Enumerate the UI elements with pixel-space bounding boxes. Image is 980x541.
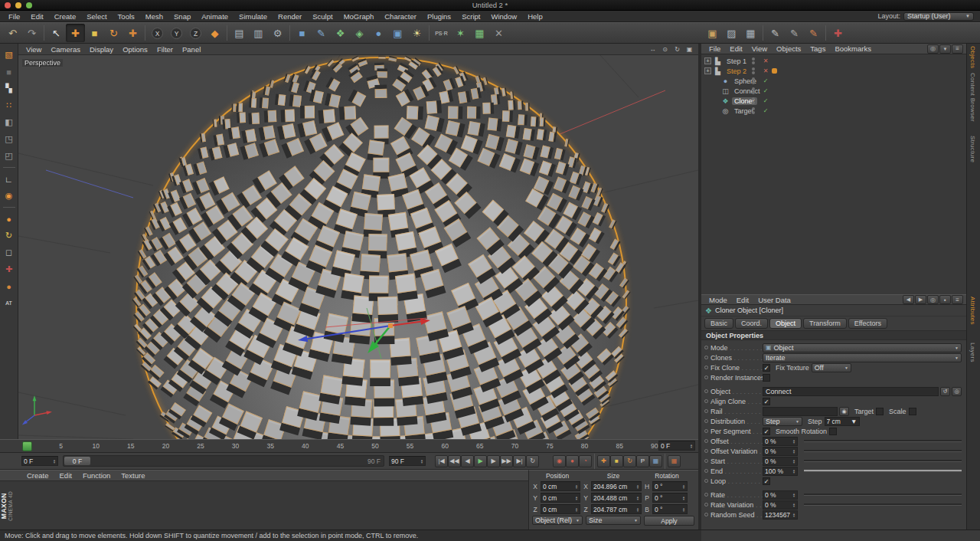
visibility-dots[interactable] — [752, 57, 755, 64]
start-value[interactable]: 0 %▲▼ — [763, 457, 798, 466]
visibility-dots[interactable] — [752, 87, 755, 94]
offset-variation-slider[interactable] — [804, 450, 962, 452]
anim-dot[interactable] — [704, 366, 708, 369]
visibility-dots[interactable] — [752, 77, 755, 84]
render-settings-icon[interactable]: ⚙ — [268, 24, 287, 42]
rotation-p-input[interactable]: 0 °▲▼ — [652, 493, 688, 503]
om-menu-file[interactable]: File — [704, 44, 725, 53]
ps-r-render-icon[interactable]: PS·R — [432, 24, 451, 42]
rate-variation-slider[interactable] — [804, 503, 962, 506]
menubar-item-plugins[interactable]: Plugins — [422, 12, 456, 21]
attr-menu-edit[interactable]: Edit — [732, 296, 753, 304]
stepper-arrows[interactable]: ▲▼ — [575, 507, 578, 512]
end-value[interactable]: 100 %▲▼ — [763, 467, 798, 476]
menubar-item-edit[interactable]: Edit — [25, 12, 48, 21]
panel-tab-content-browser[interactable]: Content Browser — [969, 73, 976, 122]
prev-frame-button[interactable]: ◀ — [461, 455, 474, 467]
layout-dropdown[interactable]: Startup (User) ▼ — [903, 12, 974, 21]
object-field[interactable]: Connect — [763, 387, 939, 396]
anim-dot[interactable] — [704, 469, 708, 473]
axis-tool-icon[interactable]: ✚ — [2, 262, 17, 277]
enable-state-icon[interactable]: ✓ — [761, 77, 770, 84]
stepper-arrows[interactable]: ▲▼ — [575, 496, 578, 500]
stepper-arrows[interactable]: ▲▼ — [792, 493, 795, 497]
stepper-arrows[interactable]: ▲▼ — [792, 503, 795, 507]
offset-value[interactable]: 0 %▲▼ — [763, 437, 798, 446]
field-button-icon[interactable]: ◎ — [952, 387, 962, 396]
object-row-sphere[interactable]: ●Sphere✓ — [701, 76, 966, 86]
panel-tab-attributes[interactable]: Attributes — [969, 297, 976, 325]
gradient-tool-icon[interactable]: ▧ — [2, 48, 17, 62]
paint-icon[interactable]: ◉ — [2, 189, 17, 203]
rate-variation-value[interactable]: 0 %▲▼ — [763, 500, 798, 510]
visibility-dots[interactable] — [752, 97, 755, 104]
object-row-connect[interactable]: ◫Connect✓ — [701, 86, 966, 96]
at-icon[interactable]: AT — [2, 296, 17, 310]
record-active-button[interactable]: ● — [566, 455, 579, 467]
menubar-item-mograph[interactable]: MoGraph — [338, 12, 380, 21]
size-x-input[interactable]: 204.896 cm▲▼ — [591, 481, 642, 491]
anim-dot[interactable] — [704, 439, 708, 443]
editor-dot[interactable] — [752, 107, 755, 110]
enable-state-icon[interactable]: ✕ — [761, 67, 770, 74]
record-time-button[interactable]: ◔ — [579, 455, 592, 467]
editor-dot[interactable] — [752, 77, 755, 80]
tab-object[interactable]: Object — [769, 318, 802, 329]
sculpt-brush-2-icon[interactable]: ✎ — [785, 24, 804, 42]
rotation-b-input[interactable]: 0 °▲▼ — [652, 504, 688, 514]
goto-start-button[interactable]: |◀ — [435, 455, 448, 467]
viewport-menu-view[interactable]: View — [21, 45, 46, 54]
key-parameter-button[interactable]: P — [636, 455, 649, 467]
loop-checkbox[interactable]: ✓ — [763, 477, 770, 485]
cube-light-icon[interactable]: ◻ — [2, 245, 17, 260]
tab-effectors[interactable]: Effectors — [848, 318, 887, 329]
viewport-menu-options[interactable]: Options — [118, 45, 152, 54]
menubar-item-script[interactable]: Script — [456, 12, 485, 21]
rate-slider[interactable] — [804, 493, 962, 496]
undo-icon[interactable]: ↶ — [3, 24, 22, 42]
anim-dot[interactable] — [704, 419, 708, 423]
enable-state-icon[interactable]: ✓ — [761, 97, 770, 104]
object-row-cloner[interactable]: ❖Cloner✓ — [701, 96, 966, 106]
rotation-h-input[interactable]: 0 °▲▼ — [652, 481, 688, 491]
om-menu-tags[interactable]: Tags — [805, 44, 830, 53]
current-frame-input[interactable]: 0 F ▲▼ — [21, 456, 58, 466]
tab-basic[interactable]: Basic — [704, 318, 733, 329]
object-name[interactable]: Step 2 — [724, 67, 749, 75]
end-slider[interactable] — [804, 470, 962, 472]
anim-dot[interactable] — [704, 513, 708, 516]
stepper-arrows[interactable]: ▲▼ — [636, 484, 639, 489]
tab-coord[interactable]: Coord. — [735, 318, 768, 329]
stepper-arrows[interactable]: ▲▼ — [682, 484, 685, 489]
editor-dot[interactable] — [752, 87, 755, 90]
anim-dot[interactable] — [704, 449, 708, 453]
stepper-arrows[interactable]: ▲▼ — [792, 439, 795, 444]
attr-menu-user-data[interactable]: User Data — [753, 296, 795, 304]
stepper-arrows[interactable]: ▲▼ — [792, 469, 795, 474]
anim-dot[interactable] — [704, 356, 708, 359]
axis-modify-icon[interactable]: ✚ — [828, 24, 848, 42]
anim-dot[interactable] — [704, 503, 708, 507]
playhead-marker[interactable] — [22, 441, 32, 451]
anim-dot[interactable] — [704, 346, 708, 349]
position-z-input[interactable]: 0 cm▲▼ — [541, 504, 580, 514]
tab-transform[interactable]: Transform — [803, 318, 847, 329]
stepper-arrows[interactable]: ▲▼ — [792, 449, 795, 454]
editor-dot[interactable] — [752, 67, 755, 70]
object-name[interactable]: Step 1 — [724, 57, 749, 65]
enable-state-icon[interactable]: ✓ — [761, 107, 770, 114]
back-icon[interactable]: ◀ — [903, 295, 914, 304]
cube-point-icon[interactable]: ◰ — [2, 149, 17, 163]
cube-dark-icon[interactable]: ■ — [2, 64, 17, 79]
search-icon[interactable]: ◎ — [927, 295, 939, 304]
random-seed-value[interactable]: 1234567▲▼ — [763, 510, 798, 520]
attr-menu-mode[interactable]: Mode — [704, 296, 732, 304]
render-dot[interactable] — [752, 101, 755, 104]
add-generator-icon[interactable]: ❖ — [331, 24, 350, 42]
render-region-icon[interactable]: ▥ — [249, 24, 268, 42]
timeline-ruler[interactable]: 051015202530354045505560657075808590 0 F… — [0, 439, 698, 453]
menubar-item-mesh[interactable]: Mesh — [140, 12, 168, 21]
next-frame-button[interactable]: ▶ — [487, 455, 500, 467]
model-mode-icon[interactable]: ▣ — [703, 24, 722, 42]
goto-end-button[interactable]: ▶| — [513, 455, 526, 467]
